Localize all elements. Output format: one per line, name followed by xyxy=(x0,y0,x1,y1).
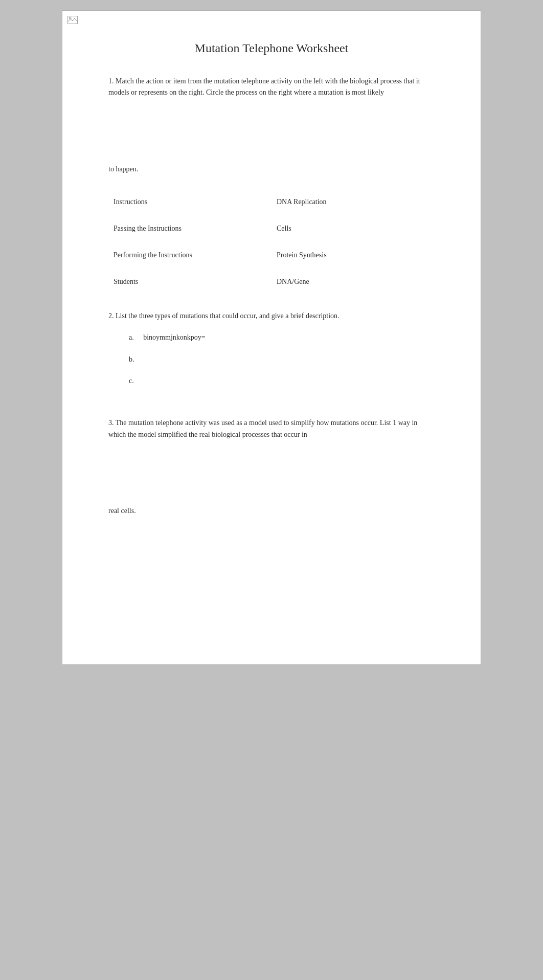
list-value-a: binoymmjnkonkpoy= xyxy=(143,333,205,341)
table-row: Instructions DNA Replication xyxy=(108,189,435,215)
list-item-b: b. xyxy=(129,354,435,365)
table-row: Students DNA/Gene xyxy=(108,269,435,295)
page-title: Mutation Telephone Worksheet xyxy=(108,41,435,55)
bottom-spacer xyxy=(108,530,435,633)
left-item-2: Passing the Instructions xyxy=(108,215,272,242)
left-item-4: Students xyxy=(108,269,272,295)
right-item-1: DNA Replication xyxy=(272,189,435,215)
worksheet-page: Mutation Telephone Worksheet 1. Match th… xyxy=(62,10,481,665)
question1-continuation: to happen. xyxy=(108,165,435,173)
left-item-3: Performing the Instructions xyxy=(108,242,272,269)
question3-section: 3. The mutation telephone activity was u… xyxy=(108,417,435,633)
question3-continuation: real cells. xyxy=(108,507,435,515)
svg-point-1 xyxy=(69,17,71,19)
right-item-3: Protein Synthesis xyxy=(272,242,435,269)
list-label-b: b. xyxy=(129,354,134,365)
table-row: Performing the Instructions Protein Synt… xyxy=(108,242,435,269)
question1-text: 1. Match the action or item from the mut… xyxy=(108,76,435,99)
question2-text: 2. List the three types of mutations tha… xyxy=(108,310,435,322)
list-item-c: c. xyxy=(129,375,435,387)
list-item-a: a. binoymmjnkonkpoy= xyxy=(129,332,435,343)
question2-section: 2. List the three types of mutations tha… xyxy=(108,310,435,387)
table-row: Passing the Instructions Cells xyxy=(108,215,435,242)
question3-text: 3. The mutation telephone activity was u… xyxy=(108,417,435,440)
list-label-c: c. xyxy=(129,375,134,387)
spacer1 xyxy=(108,104,435,165)
left-item-1: Instructions xyxy=(108,189,272,215)
list-label-a: a. xyxy=(129,332,134,343)
page-icon xyxy=(67,16,78,26)
matching-table: Instructions DNA Replication Passing the… xyxy=(108,189,435,295)
right-item-4: DNA/Gene xyxy=(272,269,435,295)
right-item-2: Cells xyxy=(272,215,435,242)
spacer2 xyxy=(108,446,435,507)
